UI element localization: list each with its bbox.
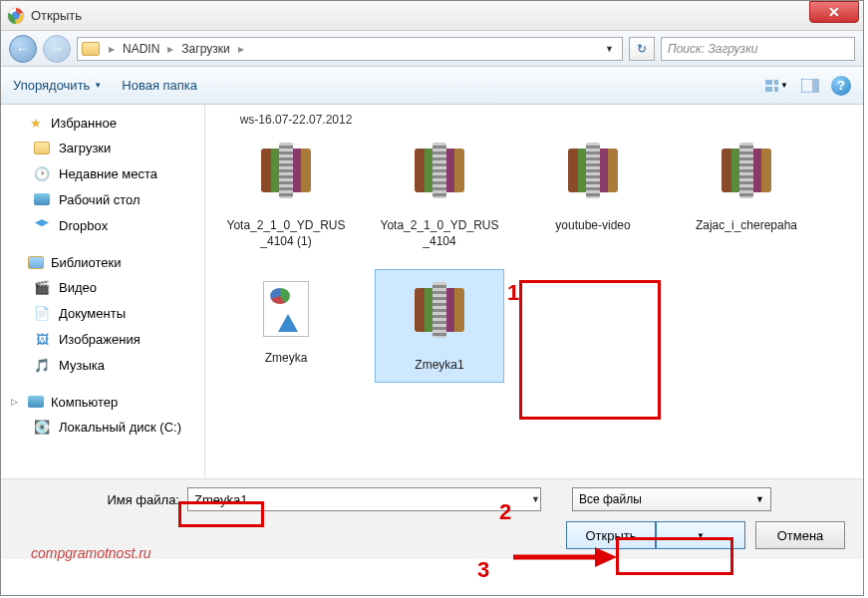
svg-rect-7 <box>812 79 819 93</box>
nav-back-button[interactable]: ← <box>9 35 37 63</box>
open-button[interactable]: Открыть <box>566 521 656 549</box>
file-label: youtube-video <box>532 218 654 234</box>
computer-icon <box>27 394 45 410</box>
file-item[interactable]: Yota_2_1_0_YD_RUS_4104 (1) <box>221 131 351 257</box>
breadcrumb-part[interactable]: NADIN <box>121 40 161 58</box>
sidebar-libraries-header[interactable]: Библиотеки <box>1 250 204 274</box>
downloads-icon <box>33 140 51 155</box>
organize-menu[interactable]: Упорядочить ▼ <box>13 78 102 93</box>
file-label: Zajac_i_cherepaha <box>686 218 807 234</box>
video-icon: 🎬 <box>33 279 51 295</box>
sidebar-item-dropbox[interactable]: Dropbox <box>1 212 204 238</box>
music-icon: 🎵 <box>33 357 51 373</box>
sidebar-item-label: Недавние места <box>59 166 157 181</box>
sidebar-item-local-disk[interactable]: 💽Локальный диск (С:) <box>1 414 204 440</box>
file-label: Yota_2_1_0_YD_RUS_4104 <box>379 218 500 249</box>
filename-label: Имя файла: <box>15 492 179 507</box>
sidebar-section-label: Библиотеки <box>51 255 121 270</box>
close-icon: ✕ <box>828 4 840 20</box>
sidebar-item-pictures[interactable]: 🖼Изображения <box>1 326 204 352</box>
watermark-text: compgramotnost.ru <box>31 545 151 561</box>
sidebar-item-videos[interactable]: 🎬Видео <box>1 274 204 300</box>
rar-archive-icon <box>568 149 618 192</box>
annotation-number: 3 <box>477 557 489 583</box>
back-arrow-icon: ← <box>16 41 30 57</box>
svg-rect-4 <box>765 87 772 92</box>
pictures-icon: 🖼 <box>33 331 51 347</box>
nav-forward-button[interactable]: → <box>43 35 71 63</box>
sidebar-item-label: Загрузки <box>59 141 111 155</box>
filename-input[interactable] <box>187 487 541 511</box>
file-label: Zmeyka <box>225 351 347 367</box>
new-folder-button[interactable]: Новая папка <box>122 78 197 93</box>
toolbar: Упорядочить ▼ Новая папка ▼ ? <box>1 67 863 105</box>
disk-icon: 💽 <box>33 419 51 435</box>
file-label: Yota_2_1_0_YD_RUS_4104 (1) <box>225 218 347 249</box>
svg-rect-2 <box>765 80 772 85</box>
svg-rect-3 <box>774 80 778 85</box>
partial-file-label: ws-16.07-22.07.2012 <box>231 113 361 127</box>
breadcrumb-separator[interactable]: ▸ <box>163 42 177 56</box>
sidebar-item-label: Музыка <box>59 358 105 373</box>
organize-label: Упорядочить <box>13 78 90 93</box>
rar-archive-icon <box>261 149 311 192</box>
sidebar-section-label: Избранное <box>51 116 117 131</box>
desktop-icon <box>33 191 51 207</box>
sidebar-item-music[interactable]: 🎵Музыка <box>1 352 204 378</box>
sidebar-item-label: Изображения <box>59 332 141 347</box>
chevron-down-icon: ▼ <box>780 81 788 90</box>
refresh-button[interactable]: ↻ <box>629 37 655 61</box>
chevron-down-icon: ▼ <box>94 81 102 90</box>
filter-label: Все файлы <box>579 492 642 506</box>
breadcrumb-separator[interactable]: ▸ <box>105 42 119 56</box>
svg-rect-5 <box>774 87 778 92</box>
chevron-down-icon[interactable]: ▼ <box>605 44 618 54</box>
file-filter-combo[interactable]: Все файлы ▼ <box>572 487 771 511</box>
file-item-selected[interactable]: Zmeyka1 <box>375 269 504 383</box>
address-bar[interactable]: ▸ NADIN ▸ Загрузки ▸ ▼ <box>77 37 623 61</box>
preview-pane-button[interactable] <box>797 75 823 97</box>
file-item[interactable]: Yota_2_1_0_YD_RUS_4104 <box>375 131 504 257</box>
dropbox-icon <box>33 217 51 233</box>
sidebar-item-label: Dropbox <box>59 218 108 233</box>
sidebar-item-label: Локальный диск (С:) <box>59 420 181 435</box>
sidebar-item-documents[interactable]: 📄Документы <box>1 300 204 326</box>
breadcrumb-part[interactable]: Загрузки <box>179 40 231 58</box>
expand-icon: ▷ <box>11 397 21 407</box>
open-split-button[interactable]: ▼ <box>656 521 745 549</box>
rar-archive-icon <box>722 149 771 192</box>
rar-archive-icon <box>415 149 464 192</box>
sidebar-favorites-header[interactable]: ★ Избранное <box>1 111 204 135</box>
open-dialog-window: Открыть ✕ ← → ▸ NADIN ▸ Загрузки ▸ ▼ ↻ П… <box>0 0 864 596</box>
sidebar-item-recent[interactable]: 🕑Недавние места <box>1 160 204 186</box>
folder-icon <box>82 42 100 56</box>
documents-icon: 📄 <box>33 305 51 321</box>
sidebar-computer-header[interactable]: ▷ Компьютер <box>1 390 204 414</box>
document-icon <box>263 281 309 337</box>
sidebar-section-label: Компьютер <box>51 395 118 410</box>
file-label: Zmeyka1 <box>380 358 499 374</box>
help-button[interactable]: ? <box>831 76 851 96</box>
sidebar-item-label: Документы <box>59 306 126 321</box>
forward-arrow-icon: → <box>50 41 64 57</box>
search-input[interactable]: Поиск: Загрузки <box>661 37 855 61</box>
breadcrumb-separator[interactable]: ▸ <box>234 42 248 56</box>
file-item[interactable]: Zajac_i_cherepaha <box>682 131 811 257</box>
library-icon <box>27 254 45 270</box>
titlebar: Открыть ✕ <box>1 1 863 31</box>
sidebar-item-desktop[interactable]: Рабочий стол <box>1 186 204 212</box>
cancel-button[interactable]: Отмена <box>755 521 845 549</box>
file-list-area[interactable]: ws-16.07-22.07.2012 Yota_2_1_0_YD_RUS_41… <box>205 105 863 478</box>
sidebar: ★ Избранное Загрузки 🕑Недавние места Раб… <box>1 105 205 478</box>
view-options-button[interactable]: ▼ <box>763 75 789 97</box>
close-button[interactable]: ✕ <box>809 1 859 23</box>
chevron-down-icon: ▼ <box>755 494 764 504</box>
main-area: ★ Избранное Загрузки 🕑Недавние места Раб… <box>1 105 863 478</box>
view-icon <box>764 79 778 93</box>
refresh-icon: ↻ <box>637 42 647 56</box>
file-item[interactable]: Zmeyka <box>221 269 351 383</box>
chrome-icon <box>7 7 25 25</box>
file-item[interactable]: youtube-video <box>528 131 658 257</box>
sidebar-item-downloads[interactable]: Загрузки <box>1 135 204 160</box>
chevron-down-icon[interactable]: ▼ <box>531 494 544 504</box>
